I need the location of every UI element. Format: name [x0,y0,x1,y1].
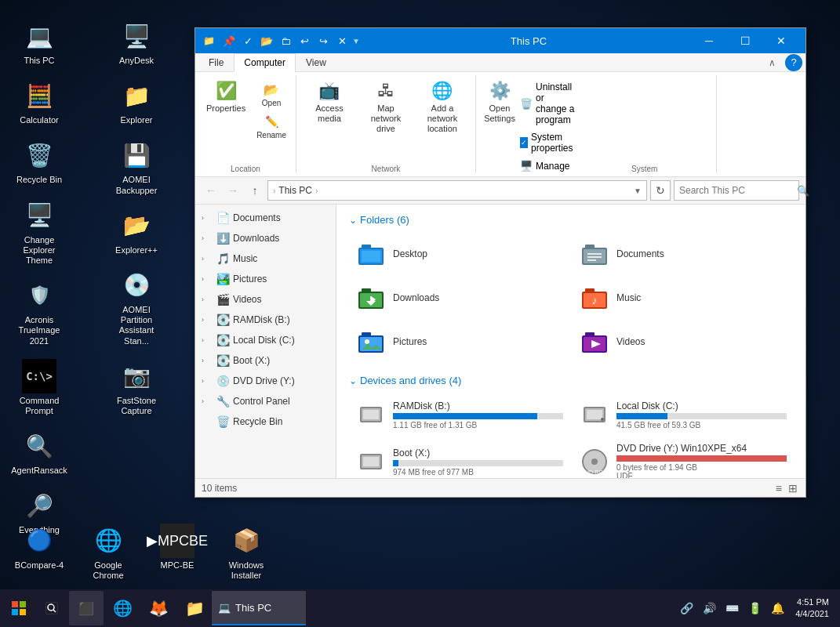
open-settings-button[interactable]: ⚙️ Open Settings [482,75,517,127]
properties-button[interactable]: ✅ Properties [202,75,250,117]
desktop-icon-bcompare[interactable]: 🔵 BCompare-4 [8,520,71,584]
desktop-icon-chrome[interactable]: 🌐 Google Chrome [77,520,140,584]
nav-item-dvd-drive[interactable]: › 💿 DVD Drive (Y:) [195,371,336,391]
sys-props-button[interactable]: ✓ System properties [517,130,579,155]
tray-network-icon[interactable]: 🔗 [677,602,696,614]
address-part-this-pc[interactable]: This PC [278,185,312,196]
folder-item-documents[interactable]: Documents [573,234,793,274]
folder-item-music[interactable]: ♪ Music [573,277,793,318]
pin-icon[interactable]: 📌 [220,32,238,49]
folders-section-header[interactable]: ⌄ Folders (6) [349,214,793,226]
folder-new-icon[interactable]: 🗀 [277,32,294,49]
folder-item-desktop[interactable]: Desktop [349,234,569,274]
desktop-icon-agentransack[interactable]: 🔍 AgentRansack [8,426,71,479]
rename-icon: ✏️ [262,112,281,131]
drive-item-ramdisk[interactable]: RAMDisk (B:) 1.11 GB free of 1.31 GB [349,394,569,435]
nav-item-boot[interactable]: › 💽 Boot (X:) [195,350,336,371]
desktop-icon-aomei-backupper[interactable]: 💾 AOMEI Backupper [105,135,168,198]
maximize-button[interactable]: ☐ [727,28,763,53]
nav-chevron-music-icon: › [202,255,213,263]
nav-item-music[interactable]: › 🎵 Music [195,248,336,269]
desktop-icon-windows-installer[interactable]: 📦 Windows Installer [215,520,278,584]
desktop-icon-change-theme[interactable]: 🖥️ Change Explorer Theme [8,195,71,270]
nav-item-ramdisk[interactable]: › 💽 RAMDisk (B:) [195,310,336,330]
desktop-icon-recycle-bin[interactable]: 🗑️ Recycle Bin [8,135,71,188]
nav-item-recycle-bin[interactable]: › 🗑️ Recycle Bin [195,411,336,432]
up-button[interactable]: ↑ [245,181,264,200]
minimize-button[interactable]: ─ [691,28,727,53]
ribbon-collapse-icon[interactable]: ∧ [762,54,782,71]
start-button[interactable] [0,589,38,627]
access-media-button[interactable]: 📺 Access media [303,75,356,127]
desktop-icon-area: 💻 This PC 🧮 Calculator 🗑️ Recycle Bin 🖥️… [8,16,196,588]
desktop-icon-acronis[interactable]: 🛡️ Acronis TrueImage 2021 [8,275,71,350]
search-box[interactable]: 🔍 [674,180,799,201]
drives-section-header[interactable]: ⌄ Devices and drives (4) [349,375,793,386]
nav-item-control-panel[interactable]: › 🔧 Control Panel [195,391,336,411]
nav-item-pictures[interactable]: › 🏞️ Pictures [195,269,336,289]
tray-battery-icon[interactable]: 🔋 [745,602,765,614]
refresh-button[interactable]: ↻ [650,180,671,201]
taskbar-firefox-button[interactable]: 🦊 [141,591,176,625]
desktop-icon-mpcbe[interactable]: ▶MPCBE MPC-BE [146,520,209,584]
search-input[interactable] [679,185,797,196]
address-dropdown-icon[interactable]: ▼ [634,187,642,195]
folder-qa-icon[interactable]: 📂 [258,32,275,49]
taskbar-pinned-apps: ⬛ 🌐 🦊 📁 [69,591,212,625]
nav-item-local-disk[interactable]: › 💽 Local Disk (C:) [195,330,336,350]
tab-view[interactable]: View [296,53,336,72]
folder-item-downloads[interactable]: Downloads [349,277,569,318]
desktop-icon-explorerpp[interactable]: 📂 Explorer++ [105,205,168,259]
manage-button[interactable]: 🖥️ Manage [517,158,579,173]
back-button[interactable]: ← [202,181,220,200]
folder-item-pictures[interactable]: Pictures [349,321,569,362]
add-network-location-button[interactable]: 🌐 Add a network location [416,75,469,138]
drive-item-local-disk[interactable]: Local Disk (C:) 41.5 GB free of 59.3 GB [573,394,793,435]
ribbon-help-button[interactable]: ? [785,54,802,71]
desktop-icon-aomei-partition[interactable]: 💿 AOMEI Partition Assistant Stan... [105,265,168,350]
nav-item-downloads[interactable]: › ⬇️ Downloads [195,228,336,248]
tab-file[interactable]: File [198,53,234,72]
open-button[interactable]: 📂 Open [253,78,289,109]
taskbar-explorer-button[interactable]: 📁 [177,591,212,625]
nav-chevron-control-panel-icon: › [202,397,213,405]
checkmark-icon[interactable]: ✓ [239,32,256,49]
tray-notification-icon[interactable]: 🔔 [768,602,787,614]
close-button[interactable]: ✕ [763,28,799,53]
svg-text:♪: ♪ [592,294,598,306]
desktop-icon-faststone[interactable]: 📷 FastStone Capture [105,356,168,419]
tab-computer[interactable]: Computer [234,53,296,72]
rename-button[interactable]: ✏️ Rename [253,111,289,141]
undo-icon[interactable]: ↩ [296,32,313,49]
address-box[interactable]: › This PC › ▼ [267,180,647,201]
calculator-icon: 🧮 [22,78,56,113]
forward-button[interactable]: → [224,181,242,200]
desktop-icon-explorer[interactable]: 📁 Explorer [105,75,168,129]
delete-icon[interactable]: ✕ [333,32,351,49]
taskbar-this-pc-button[interactable]: 💻 This PC [212,591,306,625]
grid-view-toggle[interactable]: ⊞ [787,480,799,496]
nav-item-videos[interactable]: › 🎬 Videos [195,289,336,310]
customize-icon[interactable]: ▼ [352,37,360,45]
uninstall-button[interactable]: 🗑️ Uninstall or change a program [517,80,579,127]
taskbar-search-button[interactable] [38,594,66,622]
desktop-icon-cmd[interactable]: C:\> Command Prompt [8,356,71,419]
drive-item-dvd[interactable]: DVD-ROM DVD Drive (Y:) Win10XPE_x64 0 by… [573,438,793,478]
drive-item-boot[interactable]: Boot (X:) 974 MB free of 977 MB [349,438,569,478]
map-network-drive-button[interactable]: 🖧 Map network drive [359,75,413,138]
tray-volume-icon[interactable]: 🔊 [700,602,719,614]
taskbar-this-pc-label: This PC [235,602,271,614]
taskbar-cmd-button[interactable]: ⬛ [69,591,104,625]
faststone-icon: 📷 [119,359,154,393]
list-view-toggle[interactable]: ≡ [774,480,784,496]
open-label: Open [262,99,281,107]
desktop-icon-this-pc[interactable]: 💻 This PC [8,16,71,69]
desktop-icon-anydesk[interactable]: 🖥️ AnyDesk [105,16,168,69]
desktop-icon-calculator[interactable]: 🧮 Calculator [8,75,71,129]
folder-item-videos[interactable]: Videos [573,321,793,362]
tray-clock[interactable]: 4:51 PM 4/4/2021 [791,596,834,621]
taskbar-chrome-button[interactable]: 🌐 [105,591,140,625]
tray-keyboard-icon[interactable]: ⌨️ [722,602,742,614]
nav-item-documents[interactable]: › 📄 Documents [195,208,336,228]
redo-icon[interactable]: ↪ [315,32,332,49]
